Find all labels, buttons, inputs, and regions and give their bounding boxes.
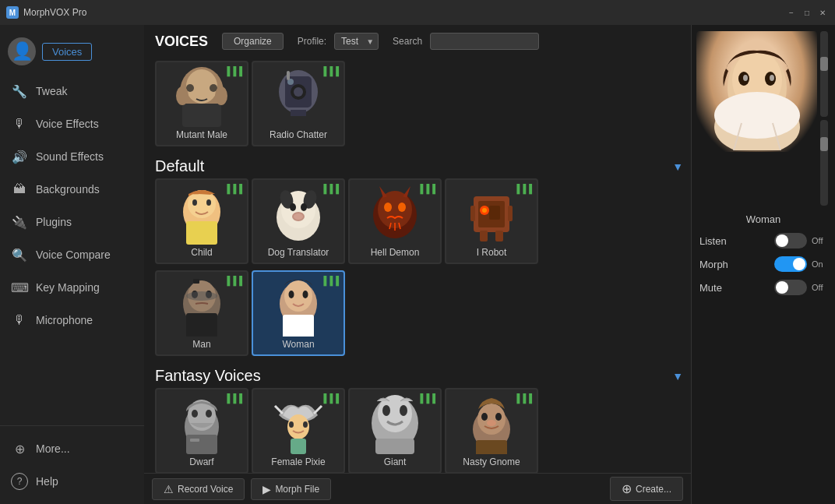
voice-card-hell-demon[interactable]: ▐▐▐ Hell Demon (348, 178, 442, 264)
sidebar-item-key-mapping[interactable]: ⌨ Key Mapping (0, 271, 144, 304)
voice-card-label: Man (192, 339, 210, 350)
sidebar: 👤 Voices 🔧 Tweak 🎙 Voice Effects 🔊 Sound… (0, 25, 144, 504)
search-input[interactable] (430, 33, 539, 50)
volume-slider-2[interactable] (820, 120, 828, 206)
voice-card-nasty-gnome[interactable]: ▐▐▐ Nasty Gnome (445, 388, 538, 473)
sidebar-item-sound-effects[interactable]: 🔊 Sound Effects (0, 140, 144, 173)
voice-card-radio-chatter[interactable]: ▐▐▐ Radio Chatter (252, 61, 345, 146)
svg-point-29 (384, 203, 392, 212)
sidebar-item-voice-compare[interactable]: 🔍 Voice Compare (0, 238, 144, 271)
fantasy-section-header: Fantasy Voices ▼ (155, 362, 683, 388)
signal-icon: ▐▐▐ (321, 66, 339, 76)
signal-icon: ▐▐▐ (418, 184, 435, 193)
fantasy-collapse-btn[interactable]: ▼ (672, 370, 683, 382)
voice-card-female-pixie[interactable]: ▐▐▐ Female Pixie (252, 388, 345, 473)
voice-card-label: I Robot (477, 247, 507, 258)
voice-card-i-robot[interactable]: ▐▐▐ I R (445, 178, 538, 264)
morph-icon: ▶ (262, 483, 271, 495)
profile-label: Profile: (298, 36, 326, 47)
sidebar-item-tweak[interactable]: 🔧 Tweak (0, 75, 144, 107)
svg-rect-45 (193, 279, 199, 284)
voice-card-label: Hell Demon (371, 247, 420, 258)
more-icon: ⊕ (11, 440, 28, 457)
svg-rect-38 (480, 231, 488, 241)
svg-rect-2 (182, 104, 221, 127)
signal-icon: ▐▐▐ (321, 393, 339, 403)
backgrounds-icon: 🏔 (11, 181, 28, 198)
voices-badge[interactable]: Voices (42, 43, 92, 61)
svg-point-70 (495, 413, 502, 421)
svg-point-30 (398, 203, 406, 212)
content-area: VOICES Organize Profile: Test ▼ Search ▐… (144, 25, 691, 504)
main-layout: 👤 Voices 🔧 Tweak 🎙 Voice Effects 🔊 Sound… (0, 25, 835, 504)
svg-point-71 (487, 420, 496, 426)
svg-point-5 (176, 86, 188, 105)
sidebar-top: 👤 Voices (0, 31, 144, 75)
voice-card-dog-translator[interactable]: ▐▐▐ Dog Translator (252, 178, 345, 264)
voice-card-man[interactable]: ▐▐▐ Man (155, 270, 248, 356)
morph-file-button[interactable]: ▶ Morph File (251, 478, 331, 500)
svg-rect-42 (186, 313, 217, 337)
svg-point-50 (289, 291, 294, 298)
listen-control: Listen Off (696, 233, 830, 248)
mute-toggle-track[interactable] (774, 280, 807, 295)
listen-toggle[interactable]: Off (774, 233, 827, 248)
svg-rect-11 (291, 110, 306, 116)
svg-rect-16 (186, 221, 217, 245)
signal-icon: ▐▐▐ (224, 393, 242, 403)
svg-point-26 (294, 213, 303, 220)
profile-select[interactable]: Test (334, 33, 379, 50)
create-button[interactable]: ⊕ Create... (610, 477, 683, 501)
close-button[interactable]: ✕ (816, 6, 829, 19)
svg-point-55 (206, 410, 212, 418)
morph-label: Morph (699, 259, 728, 270)
voice-card-mutant-male[interactable]: ▐▐▐ Mutant Male (155, 61, 248, 146)
morph-toggle[interactable]: On (774, 256, 827, 272)
signal-icon: ▐▐▐ (418, 393, 435, 403)
minimize-button[interactable]: − (785, 6, 798, 19)
sidebar-item-help[interactable]: ? Help (0, 465, 144, 498)
app-title: MorphVOX Pro (23, 7, 785, 18)
voice-card-label: Female Pixie (271, 456, 325, 467)
morph-toggle-track[interactable] (774, 256, 807, 272)
svg-rect-72 (476, 440, 507, 454)
maximize-button[interactable]: □ (801, 6, 813, 19)
voice-card-child[interactable]: ▐▐▐ Child (155, 178, 248, 264)
record-voice-button[interactable]: ⚠ Record Voice (152, 478, 245, 500)
voice-card-giant[interactable]: ▐▐▐ Giant (348, 388, 442, 473)
default-collapse-btn[interactable]: ▼ (672, 160, 683, 173)
mute-toggle-thumb (776, 281, 788, 294)
mute-toggle[interactable]: Off (774, 280, 827, 295)
sidebar-item-sound-effects-label: Sound Effects (36, 150, 104, 163)
svg-point-68 (477, 404, 506, 435)
sidebar-item-plugins[interactable]: 🔌 Plugins (0, 206, 144, 238)
voice-card-dwarf[interactable]: ▐▐▐ Dwarf (155, 388, 248, 473)
svg-point-34 (482, 208, 487, 213)
microphone-icon: 🎙 (11, 312, 28, 329)
sidebar-item-voice-effects[interactable]: 🎙 Voice Effects (0, 107, 144, 140)
sidebar-item-microphone[interactable]: 🎙 Microphone (0, 304, 144, 337)
svg-point-51 (303, 291, 308, 298)
sidebar-item-more[interactable]: ⊕ More... (0, 432, 144, 465)
svg-point-46 (186, 291, 217, 301)
avatar: 👤 (8, 37, 36, 65)
svg-rect-66 (375, 439, 414, 454)
sidebar-item-tweak-label: Tweak (36, 85, 67, 97)
voice-card-label: Nasty Gnome (463, 456, 520, 467)
voice-card-woman[interactable]: ▐▐▐ Woman (252, 270, 345, 356)
app-icon: M (6, 6, 19, 19)
tweak-icon: 🔧 (11, 83, 28, 100)
listen-toggle-track[interactable] (774, 233, 807, 248)
mute-label: Mute (699, 282, 722, 294)
fantasy-section-title: Fantasy Voices (155, 367, 261, 385)
sidebar-item-backgrounds-label: Backgrounds (36, 183, 100, 196)
titlebar: M MorphVOX Pro − □ ✕ (0, 0, 835, 25)
svg-point-23 (290, 203, 296, 211)
signal-icon: ▐▐▐ (514, 184, 532, 193)
sidebar-item-key-mapping-label: Key Mapping (36, 281, 100, 294)
svg-point-6 (215, 86, 227, 105)
volume-slider-1[interactable] (820, 31, 828, 117)
voices-scroll[interactable]: ▐▐▐ Mutant Male (144, 58, 691, 473)
sidebar-item-backgrounds[interactable]: 🏔 Backgrounds (0, 173, 144, 206)
organize-button[interactable]: Organize (222, 33, 284, 50)
